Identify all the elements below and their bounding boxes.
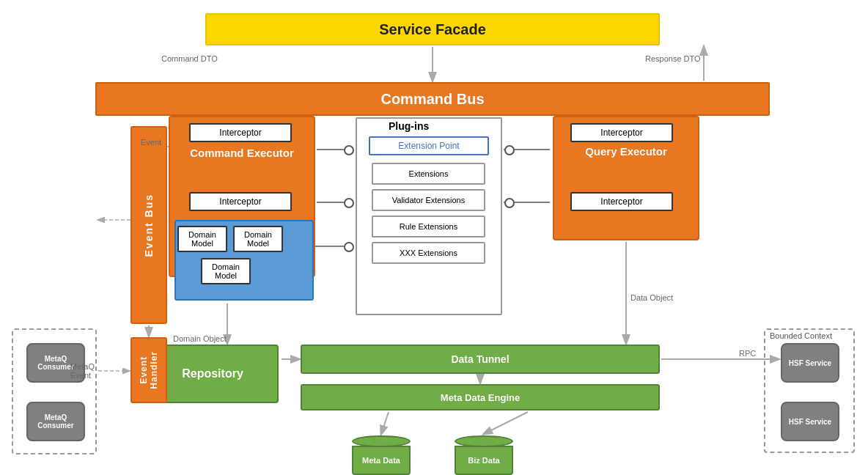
domain-model-1: Domain Model [177, 226, 227, 252]
connector-4 [504, 145, 515, 155]
domain-model-3: Domain Model [201, 258, 251, 284]
event-handler-label: EventHandler [139, 351, 159, 389]
event-bus: Event Bus [130, 126, 167, 324]
connector-3 [344, 242, 354, 252]
interceptor-bottom-cmd: Interceptor [189, 192, 292, 211]
biz-data-cylinder: Biz Data [455, 435, 513, 475]
domain-object-label: Domain Object [173, 334, 227, 343]
event-label: Event [141, 138, 161, 147]
domain-model-2: Domain Model [233, 226, 283, 252]
ext-box-1: Extensions [372, 163, 485, 185]
svg-line-13 [484, 412, 528, 434]
biz-data-label: Biz Data [455, 446, 513, 475]
command-bus-label: Command Bus [380, 91, 484, 108]
meta-data-label: Meta Data [352, 446, 411, 475]
command-executor-label: Command Executor [188, 147, 296, 159]
hsf-service-1: HSF Service [781, 343, 839, 383]
meta-data-engine: Meta Data Engine [301, 384, 660, 410]
meta-data-engine-label: Meta Data Engine [441, 392, 520, 403]
interceptor-top-cmd: Interceptor [189, 123, 292, 142]
data-tunnel-label: Data Tunnel [451, 353, 509, 365]
extension-point: Extension Point [369, 136, 489, 155]
ext-box-3: Rule Extensions [372, 216, 485, 238]
data-object-label: Data Object [630, 293, 673, 302]
ext-box-2: Validator Extensions [372, 189, 485, 211]
event-handler: EventHandler [130, 337, 167, 403]
bounded-context-label: Bounded Context [770, 331, 832, 340]
repository-label: Repository [182, 367, 243, 380]
command-dto-label: Command DTO [161, 54, 218, 63]
interceptor-bottom-qry: Interceptor [570, 192, 673, 211]
hsf-service-2: HSF Service [781, 402, 839, 441]
architecture-diagram: Service Facade Command DTO Response DTO … [0, 0, 868, 475]
service-facade: Service Facade [205, 13, 660, 45]
plugins-label: Plug-ins [389, 120, 429, 132]
metaq-event-label: MetaQEvent [70, 362, 95, 380]
data-tunnel: Data Tunnel [301, 345, 660, 374]
command-bus: Command Bus [95, 82, 770, 116]
interceptor-top-qry: Interceptor [570, 123, 673, 142]
event-bus-label: Event Bus [143, 194, 155, 257]
query-executor-label: Query Executor [564, 145, 688, 158]
connector-5 [504, 198, 515, 208]
ext-box-4: XXX Extensions [372, 242, 485, 264]
service-facade-label: Service Facade [379, 21, 486, 38]
rpc-label: RPC [739, 349, 756, 358]
meta-data-cylinder: Meta Data [352, 435, 411, 475]
svg-line-12 [381, 412, 389, 434]
connector-1 [344, 145, 354, 155]
metaq-consumer-2: MetaQ Consumer [26, 402, 85, 441]
connector-2 [344, 198, 354, 208]
response-dto-label: Response DTO [645, 54, 701, 63]
